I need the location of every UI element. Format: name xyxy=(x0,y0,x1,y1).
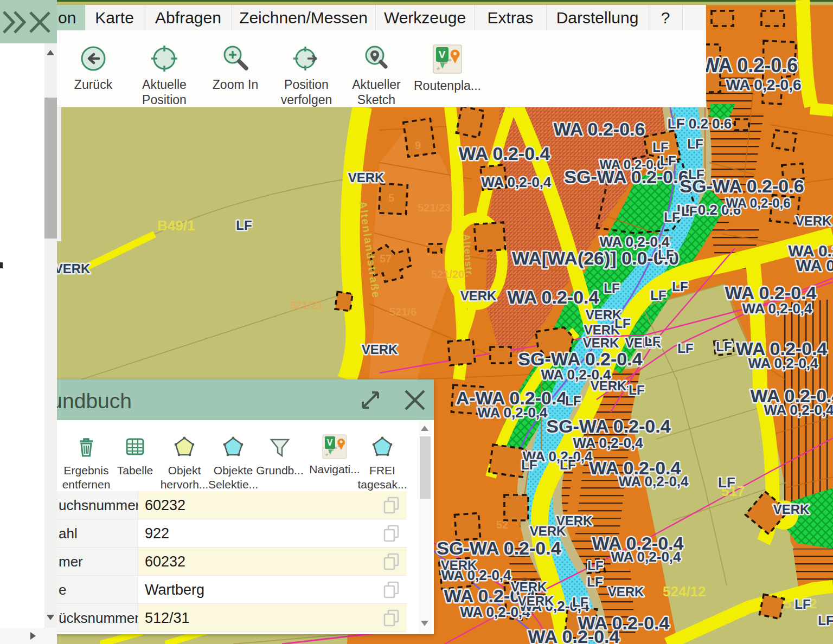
svg-text:B49/1: B49/1 xyxy=(157,217,195,234)
svg-text:VERK: VERK xyxy=(460,288,497,303)
svg-text:VERK: VERK xyxy=(583,336,619,350)
svg-text:LF: LF xyxy=(560,458,575,472)
svg-text:LF: LF xyxy=(236,218,252,233)
svg-text:WA 0,2-0,6: WA 0,2-0,6 xyxy=(726,196,790,210)
svg-text:LF: LF xyxy=(521,458,537,472)
svg-text:LF: LF xyxy=(587,575,603,589)
svg-text:521/20: 521/20 xyxy=(431,268,464,280)
svg-text:WA 0,2-0,4: WA 0,2-0,4 xyxy=(748,355,818,371)
svg-text:WA 0,2-0,4: WA 0,2-0,4 xyxy=(742,300,812,317)
svg-text:WA 0,2-0,4: WA 0,2-0,4 xyxy=(611,549,681,565)
svg-text:LF: LF xyxy=(629,383,644,397)
svg-text:VERK: VERK xyxy=(511,579,547,594)
svg-text:WA 0,2-0,4: WA 0,2-0,4 xyxy=(481,174,552,190)
svg-text:WA 0.2-0.6: WA 0.2-0.6 xyxy=(701,54,798,76)
svg-text:52: 52 xyxy=(496,519,508,531)
svg-text:V: V xyxy=(327,438,333,447)
svg-text:LF: LF xyxy=(716,339,732,354)
svg-text:VERK: VERK xyxy=(441,558,477,572)
svg-text:LF: LF xyxy=(677,341,693,356)
svg-text:WA 0,2-0,4: WA 0,2-0,4 xyxy=(764,402,833,418)
svg-text:LF: LF xyxy=(650,288,666,302)
svg-text:LF 0.2 0.6: LF 0.2 0.6 xyxy=(668,115,732,132)
svg-text:LF: LF xyxy=(658,247,674,262)
svg-text:VERK: VERK xyxy=(54,261,91,276)
svg-text:SG-WA 0.2-0.4: SG-WA 0.2-0.4 xyxy=(437,538,561,558)
svg-text:524/12: 524/12 xyxy=(663,583,706,600)
svg-text:VERK: VERK xyxy=(518,594,554,608)
svg-text:VERK: VERK xyxy=(608,584,644,599)
svg-text:LF: LF xyxy=(718,474,735,491)
svg-text:LF: LF xyxy=(572,595,588,609)
svg-text:VERK: VERK xyxy=(348,170,385,185)
svg-text:LF: LF xyxy=(688,167,704,182)
svg-text:521/21: 521/21 xyxy=(290,299,323,311)
svg-text:LF: LF xyxy=(660,153,676,168)
svg-text:LF: LF xyxy=(794,597,810,611)
svg-text:LF: LF xyxy=(652,140,668,154)
svg-text:WA 0.2-0.4: WA 0.2-0.4 xyxy=(459,143,550,164)
svg-text:WA 0,2-0,6: WA 0,2-0,6 xyxy=(726,76,801,93)
svg-text:WA[WA(26)] 0.0-0.0: WA[WA(26)] 0.0-0.0 xyxy=(512,248,679,268)
svg-text:LF: LF xyxy=(587,558,603,573)
svg-text:57: 57 xyxy=(380,253,392,265)
svg-text:VERK: VERK xyxy=(362,342,398,357)
svg-text:LF: LF xyxy=(604,281,619,295)
svg-text:LF: LF xyxy=(664,210,680,224)
svg-text:LF: LF xyxy=(614,316,630,331)
svg-text:9: 9 xyxy=(415,139,421,151)
svg-text:WA 0.2-0.6: WA 0.2-0.6 xyxy=(554,119,645,139)
svg-text:LF: LF xyxy=(565,394,581,408)
svg-text:VERK-: VERK- xyxy=(591,378,631,393)
svg-text:WA 0,2-0,4: WA 0,2-0,4 xyxy=(477,404,548,421)
svg-text:VERK: VERK xyxy=(530,524,566,538)
svg-text:LF: LF xyxy=(687,137,703,151)
svg-text:WA 0.2-0.4: WA 0.2-0.4 xyxy=(508,287,599,307)
svg-text:WA 0.: WA 0. xyxy=(796,256,833,274)
svg-text:WA 0,2-0,4: WA 0,2-0,4 xyxy=(618,473,689,490)
svg-text:LF: LF xyxy=(681,204,697,218)
svg-text:VERK: VERK xyxy=(773,502,810,517)
svg-text:521/6: 521/6 xyxy=(389,306,416,318)
svg-text:521/23: 521/23 xyxy=(418,202,451,214)
svg-text:SG-WA 0.2-0.4: SG-WA 0.2-0.4 xyxy=(546,416,670,436)
svg-text:5: 5 xyxy=(388,192,394,204)
svg-text:WA 0,2-0,6: WA 0,2-0,6 xyxy=(599,157,664,172)
svg-text:LF: LF xyxy=(672,279,688,294)
svg-text:VERK: VERK xyxy=(796,214,832,228)
svg-text:V: V xyxy=(439,49,446,60)
svg-text:LF: LF xyxy=(644,334,660,349)
svg-text:LF: LF xyxy=(818,613,833,628)
svg-text:WA 0.2-0.4: WA 0.2-0.4 xyxy=(528,626,620,644)
